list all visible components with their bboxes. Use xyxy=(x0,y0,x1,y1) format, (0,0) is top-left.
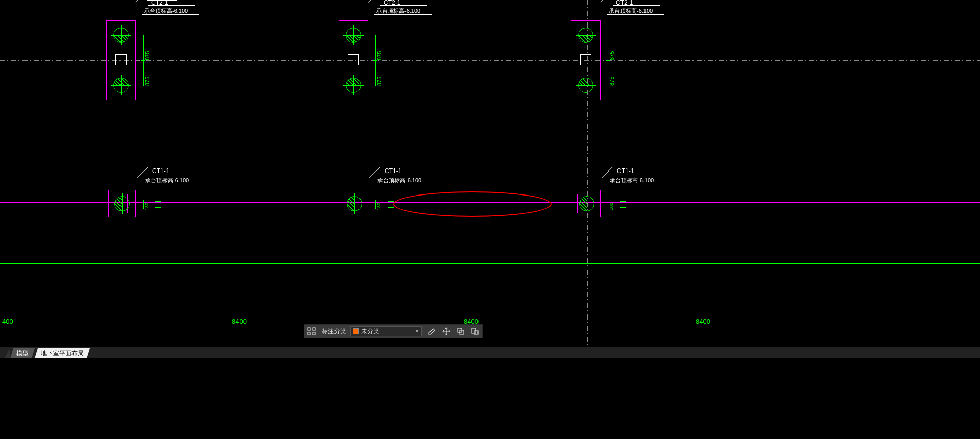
pile-circle-bottom xyxy=(113,78,129,93)
pile-circle xyxy=(114,196,130,211)
column-outline xyxy=(580,54,591,65)
pile-cap-ct2-3[interactable]: 875 875 xyxy=(571,20,653,102)
ct2-elev-2: 承台顶标高-6.100 xyxy=(376,7,420,15)
leader-diag xyxy=(136,0,147,3)
dim-875-top: 875 xyxy=(376,40,383,60)
ct1-elev-1: 承台顶标高-6.100 xyxy=(145,177,189,184)
svg-rect-1 xyxy=(313,328,315,330)
dim-span-3: 8400 xyxy=(696,318,710,325)
pile-circle-top xyxy=(346,28,361,43)
leader-diag xyxy=(368,0,379,3)
dim-875-bot: 875 xyxy=(609,65,615,86)
column-outline xyxy=(115,54,127,65)
svg-marker-8 xyxy=(4,348,10,358)
pile-circle xyxy=(579,196,594,211)
ct2-elev-1: 承台顶标高-6.100 xyxy=(144,7,188,15)
ct1-tag-3: CT1-1 xyxy=(617,167,634,175)
pile-cap-ct2-2[interactable]: 875 875 xyxy=(339,20,420,102)
ct2-elev-3: 承台顶标高-6.100 xyxy=(609,7,653,15)
pile-cap-ct1-1[interactable]: 180 xyxy=(108,190,170,221)
pile-circle-bottom xyxy=(346,78,361,93)
green-line-2 xyxy=(0,263,980,264)
ct1-tag-2: CT1-1 xyxy=(385,167,401,175)
dim-875-top: 875 xyxy=(609,40,615,60)
pile-circle xyxy=(347,196,362,211)
green-line-4 xyxy=(0,336,980,336)
dim-line xyxy=(143,200,144,209)
leader-diag xyxy=(601,0,612,3)
pile-cap-ct1-2[interactable]: 180 xyxy=(341,190,402,221)
grid-icon[interactable] xyxy=(304,324,319,338)
pile-cap-ct2-1[interactable]: 875 875 xyxy=(106,20,188,102)
green-line-1 xyxy=(0,258,980,258)
ct1-tag-1: CT1-1 xyxy=(152,167,169,175)
edit-icon[interactable] xyxy=(425,324,439,338)
dim-left-edge: 400 xyxy=(2,318,13,325)
pile-cap-ct1-3[interactable]: 180 xyxy=(573,190,634,221)
dim-875-bot: 875 xyxy=(144,65,150,86)
tab-layout-basement[interactable]: 地下室平面布局 xyxy=(35,348,90,358)
dim-875-top: 875 xyxy=(144,40,150,60)
green-line-3a xyxy=(0,327,301,327)
tab-model[interactable]: 模型 xyxy=(10,348,35,358)
dim-line xyxy=(608,200,608,209)
layout-tabs: 模型 地下室平面布局 xyxy=(0,347,980,358)
chevron-down-icon: ▼ xyxy=(415,329,419,334)
dim-180: 180 xyxy=(376,199,381,210)
pile-circle-top xyxy=(578,28,593,43)
class-dropdown[interactable]: 未分类 ▼ xyxy=(350,326,422,336)
underline-tag-1 xyxy=(148,5,195,6)
color-swatch xyxy=(353,328,359,334)
move-icon[interactable] xyxy=(439,324,453,338)
ct1-elev-3: 承台顶标高-6.100 xyxy=(610,177,654,184)
paste-icon[interactable] xyxy=(468,324,482,338)
svg-rect-2 xyxy=(308,332,310,335)
green-line-3b xyxy=(495,327,980,327)
column-outline xyxy=(348,54,359,65)
pile-circle-bottom xyxy=(578,78,593,93)
dim-180: 180 xyxy=(609,199,614,210)
dropdown-value: 未分类 xyxy=(361,327,379,336)
dim-span-1: 8400 xyxy=(232,318,247,325)
cad-canvas[interactable]: 400 8400 8400 8400 875 875 CT2-1 承台顶标高-6… xyxy=(0,0,980,347)
pile-circle-top xyxy=(113,28,129,43)
annotation-ellipse xyxy=(393,191,552,217)
label-class-text: 标注分类 xyxy=(319,327,350,336)
ct1-elev-2: 承台顶标高-6.100 xyxy=(377,177,421,184)
svg-rect-3 xyxy=(313,332,315,335)
underline-elev-1 xyxy=(142,14,199,15)
annotation-toolbar: 标注分类 未分类 ▼ xyxy=(304,324,483,338)
dim-180: 180 xyxy=(144,199,149,210)
dim-line xyxy=(375,200,376,209)
dim-875-bot: 875 xyxy=(376,65,383,86)
copy-icon[interactable] xyxy=(453,324,468,338)
svg-rect-0 xyxy=(308,328,310,330)
